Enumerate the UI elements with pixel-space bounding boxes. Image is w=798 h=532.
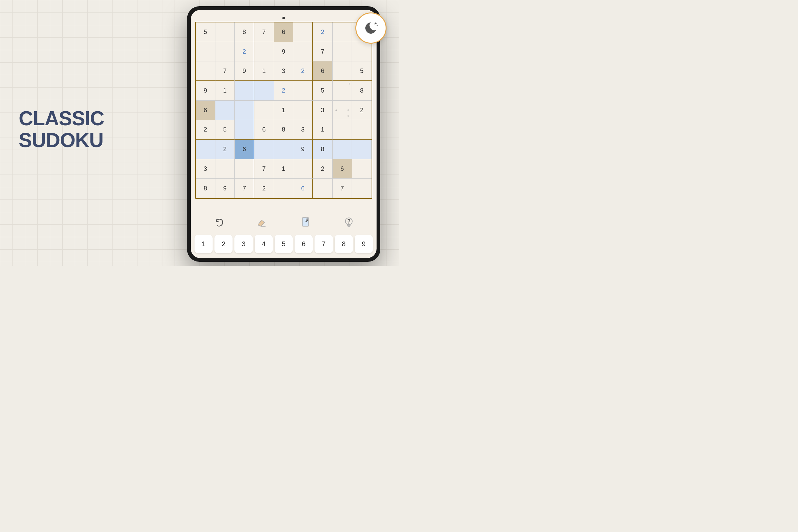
cell-0-5[interactable] [293,22,313,42]
erase-button[interactable] [255,216,269,231]
cell-7-6[interactable]: 2 [313,159,332,179]
cell-4-1[interactable] [215,101,235,120]
cell-0-7[interactable] [332,22,352,42]
cell-4-4[interactable]: 1 [274,101,293,120]
cell-3-2[interactable] [235,81,254,101]
cell-2-7[interactable] [332,61,352,81]
cell-7-7[interactable]: 6 [332,159,352,179]
cell-5-4[interactable]: 8 [274,120,293,140]
cell-2-2[interactable]: 9 [235,61,254,81]
hint-button[interactable]: 0 [342,216,356,231]
cell-6-1[interactable]: 2 [215,140,235,159]
cell-1-6[interactable]: 7 [313,42,332,62]
num-btn-1[interactable]: 1 [194,235,213,253]
notes-button[interactable] [299,216,312,231]
notes-icon [299,216,312,229]
night-mode-button[interactable] [355,13,386,44]
cell-1-5[interactable] [293,42,313,62]
cell-3-5[interactable] [293,81,313,101]
sudoku-grid: 5876229779132659125686134692256831269837… [195,22,372,199]
cell-3-7[interactable]: 6 [332,81,352,101]
cell-8-1[interactable]: 9 [215,178,235,198]
cell-6-6[interactable]: 8 [313,140,332,159]
num-btn-9[interactable]: 9 [355,235,373,253]
cell-4-0[interactable]: 6 [196,101,215,120]
cell-4-6[interactable]: 3 [313,101,332,120]
cell-1-8[interactable] [352,42,372,62]
num-btn-4[interactable]: 4 [255,235,273,253]
cell-3-1[interactable]: 1 [215,81,235,101]
cell-8-0[interactable]: 8 [196,178,215,198]
cell-8-3[interactable]: 2 [254,178,274,198]
cell-6-4[interactable] [274,140,293,159]
cell-5-1[interactable]: 5 [215,120,235,140]
cell-5-8[interactable] [352,120,372,140]
cell-5-5[interactable]: 3 [293,120,313,140]
cell-0-3[interactable]: 7 [254,22,274,42]
cell-2-8[interactable]: 5 [352,61,372,81]
cell-3-4[interactable]: 2 [274,81,293,101]
cell-8-2[interactable]: 7 [235,178,254,198]
sudoku-container: 5876229779132659125686134692256831269837… [191,22,377,212]
cell-8-4[interactable] [274,178,293,198]
cell-3-6[interactable]: 5 [313,81,332,101]
cell-2-6[interactable]: 6 [313,61,332,81]
cell-7-1[interactable] [215,159,235,179]
cell-6-5[interactable]: 9 [293,140,313,159]
cell-1-0[interactable] [196,42,215,62]
cell-1-3[interactable] [254,42,274,62]
cell-2-1[interactable]: 7 [215,61,235,81]
cell-2-3[interactable]: 1 [254,61,274,81]
cell-5-6[interactable]: 1 [313,120,332,140]
cell-6-3[interactable] [254,140,274,159]
num-btn-5[interactable]: 5 [274,235,293,253]
num-btn-6[interactable]: 6 [294,235,313,253]
num-btn-2[interactable]: 2 [214,235,232,253]
cell-5-7[interactable] [332,120,352,140]
cell-7-2[interactable] [235,159,254,179]
cell-5-3[interactable]: 6 [254,120,274,140]
cell-8-5[interactable]: 6 [293,178,313,198]
cell-6-2[interactable]: 6 [235,140,254,159]
num-btn-8[interactable]: 8 [335,235,353,253]
toolbar: 0 [191,212,377,233]
cell-6-7[interactable] [332,140,352,159]
cell-0-2[interactable]: 8 [235,22,254,42]
cell-3-0[interactable]: 9 [196,81,215,101]
cell-6-8[interactable] [352,140,372,159]
cell-7-5[interactable] [293,159,313,179]
cell-8-6[interactable] [313,178,332,198]
num-btn-7[interactable]: 7 [315,235,332,253]
cell-7-8[interactable] [352,159,372,179]
cell-0-6[interactable]: 2 [313,22,332,42]
cell-2-4[interactable]: 3 [274,61,293,81]
cell-1-4[interactable]: 9 [274,42,293,62]
cell-0-4[interactable]: 6 [274,22,293,42]
cell-5-2[interactable] [235,120,254,140]
cell-7-3[interactable]: 7 [254,159,274,179]
undo-icon [212,216,226,229]
cell-4-7[interactable]: 469 [332,101,352,120]
cell-0-0[interactable]: 5 [196,22,215,42]
cell-4-8[interactable]: 2 [352,101,372,120]
cell-2-0[interactable] [196,61,215,81]
cell-8-8[interactable] [352,178,372,198]
cell-3-3[interactable] [254,81,274,101]
cell-4-5[interactable] [293,101,313,120]
cell-1-2[interactable]: 2 [235,42,254,62]
cell-4-3[interactable] [254,101,274,120]
cell-2-5[interactable]: 2 [293,61,313,81]
cell-8-7[interactable]: 7 [332,178,352,198]
cell-1-7[interactable] [332,42,352,62]
svg-rect-2 [302,217,309,226]
cell-0-1[interactable] [215,22,235,42]
cell-7-0[interactable]: 3 [196,159,215,179]
cell-5-0[interactable]: 2 [196,120,215,140]
num-btn-3[interactable]: 3 [234,235,252,253]
cell-1-1[interactable] [215,42,235,62]
undo-button[interactable] [212,216,226,231]
cell-3-8[interactable]: 8 [352,81,372,101]
cell-6-0[interactable] [196,140,215,159]
cell-7-4[interactable]: 1 [274,159,293,179]
cell-4-2[interactable] [235,101,254,120]
